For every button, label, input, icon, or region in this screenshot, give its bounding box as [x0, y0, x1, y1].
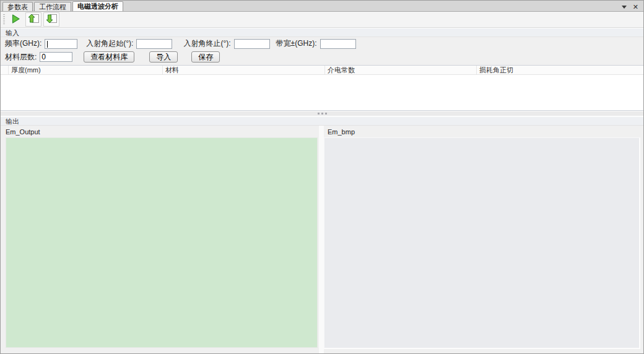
material-layers-input[interactable]: [40, 52, 72, 62]
page-down-arrow-icon: [46, 14, 58, 26]
row-selector-header: [1, 66, 9, 74]
tab-parameter-table[interactable]: 参数表: [2, 2, 33, 11]
import-button[interactable]: 导入: [149, 51, 178, 63]
em-bmp-pane: Em_bmp: [324, 126, 643, 354]
toolbar-gripper[interactable]: [3, 14, 5, 25]
material-layers-label: 材料层数:: [5, 52, 37, 63]
material-layers-row: 材料层数: 查看材料库 导入 保存: [1, 50, 643, 64]
incident-angle-end-input[interactable]: [234, 39, 270, 49]
em-output-pane: Em_Output: [1, 126, 319, 354]
text-caret: [47, 41, 48, 48]
input-section-header: 输入: [1, 28, 643, 37]
em-bmp-canvas[interactable]: [324, 137, 640, 349]
output-section-header: 输出: [1, 116, 643, 126]
tab-list-dropdown-icon[interactable]: [622, 6, 627, 9]
em-output-label: Em_Output: [1, 126, 319, 137]
view-material-library-button[interactable]: 查看材料库: [84, 51, 134, 63]
horizontal-splitter[interactable]: [1, 111, 643, 116]
col-loss-tangent[interactable]: 损耗角正切: [477, 66, 643, 74]
tab-bar: 参数表 工作流程 电磁透波分析 ✕: [1, 1, 643, 12]
app-window: 参数表 工作流程 电磁透波分析 ✕: [0, 0, 644, 354]
tab-workflow[interactable]: 工作流程: [34, 2, 71, 11]
bandwidth-input[interactable]: [320, 39, 356, 49]
incident-angle-start-label: 入射角起始(°):: [86, 38, 133, 49]
tab-em-transmission-analysis[interactable]: 电磁透波分析: [72, 1, 123, 11]
splitter-dot: [318, 113, 320, 114]
incident-angle-end-label: 入射角终止(°):: [183, 38, 230, 49]
run-icon: [11, 14, 21, 26]
close-icon[interactable]: ✕: [633, 4, 638, 10]
material-table: 厚度(mm) 材料 介电常数 损耗角正切: [1, 65, 643, 111]
em-bmp-label: Em_bmp: [324, 126, 643, 137]
save-button[interactable]: 保存: [191, 51, 220, 63]
splitter-dot: [325, 113, 327, 114]
bandwidth-label: 带宽±(GHz):: [276, 38, 317, 49]
material-table-header: 厚度(mm) 材料 介电常数 损耗角正切: [1, 66, 643, 75]
frequency-label: 频率(GHz):: [5, 38, 41, 49]
download-button[interactable]: [43, 12, 59, 27]
em-output-canvas[interactable]: [6, 137, 318, 348]
run-button[interactable]: [7, 12, 24, 27]
material-table-body[interactable]: [1, 75, 643, 110]
col-thickness[interactable]: 厚度(mm): [9, 66, 163, 74]
splitter-dot: [321, 113, 323, 114]
incident-angle-start-input[interactable]: [136, 39, 172, 49]
input-fields-row: 频率(GHz): 入射角起始(°): 入射角终止(°): 带宽±(GHz):: [1, 37, 643, 50]
frequency-input[interactable]: [45, 39, 77, 49]
vertical-splitter[interactable]: [319, 126, 324, 354]
output-area: Em_Output Em_bmp: [1, 126, 643, 354]
tab-controls: ✕: [622, 4, 638, 10]
col-material[interactable]: 材料: [163, 66, 325, 74]
col-dielectric-constant[interactable]: 介电常数: [325, 66, 477, 74]
page-up-arrow-icon: [28, 14, 40, 26]
upload-button[interactable]: [25, 12, 41, 27]
toolbar: [1, 12, 643, 28]
